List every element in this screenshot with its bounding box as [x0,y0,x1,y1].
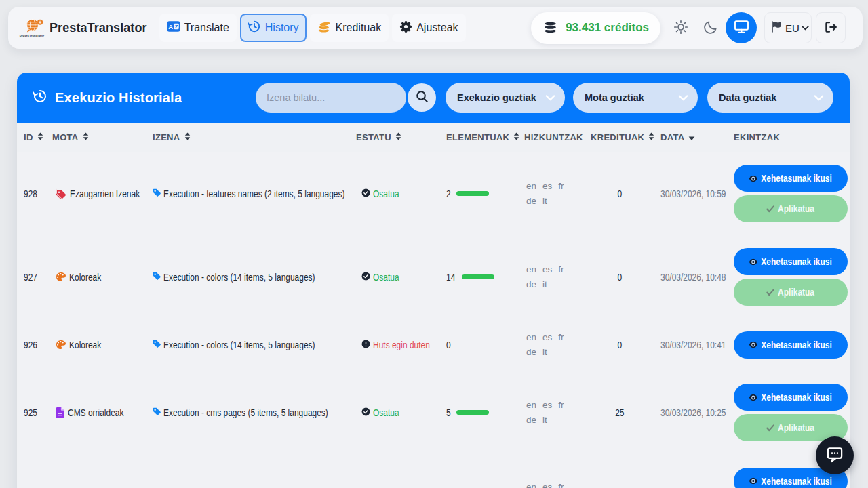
column-header-hizkuntzak[interactable]: HIZKUNTZAK [524,132,591,142]
monitor-icon [733,19,750,37]
language-code: en [526,398,536,413]
cell-elements: 14 [446,272,524,283]
chat-button[interactable] [816,436,854,474]
action-button-content: Xehetasunak ikusi [749,173,832,184]
language-code: de [526,345,536,360]
table-row: 926KoloreakExecution - colors (14 items,… [17,319,850,371]
history-title-icon [33,89,47,106]
type-label: Ezaugarrien Izenak [70,188,140,199]
sun-icon [673,20,688,37]
nav-label-translate: Translate [184,22,229,34]
theme-dark-button[interactable] [697,14,724,41]
app-logo[interactable]: PrestaTranslator [17,18,47,38]
search-input[interactable] [256,83,406,113]
column-header-id[interactable]: ID [24,132,52,142]
chevron-down-icon [545,92,555,103]
sort-icon [513,132,519,142]
chat-bubble-icon [824,444,846,468]
action-button-content: Aplikatua [767,287,815,298]
filter-date-dropdown[interactable]: Data guztiak [707,83,833,113]
view-details-button[interactable]: Xehetasunak ikusi [734,331,848,359]
column-header-elementuak[interactable]: ELEMENTUAK [446,132,524,142]
table-row: enesfrXehetasunak ikusi [17,454,850,488]
column-header-kredituak[interactable]: KREDITUAK [591,132,660,142]
language-selector[interactable]: EU [764,12,812,43]
language-line: deit [526,413,591,428]
column-header-ekintzak[interactable]: EKINTZAK [734,132,850,142]
language-line: enesfr [526,179,591,194]
column-header-label: ELEMENTUAK [446,132,509,142]
check-icon [767,205,775,213]
language-code: fr [558,398,564,413]
nav-item-translate[interactable]: A Z Translate [159,14,237,42]
logout-icon [824,20,838,36]
check-icon [767,289,775,296]
panel-controls: Exekuzio guztiak Mota guztiak Data guzti… [256,83,833,113]
language-code: en [526,179,536,194]
applied-button[interactable]: Aplikatua [734,195,848,222]
language-code: it [542,277,547,292]
column-header-mota[interactable]: MOTA [52,132,153,142]
view-details-button[interactable]: Xehetasunak ikusi [734,248,848,275]
status-ok-icon [361,272,370,283]
tag-icon [153,272,161,283]
cell-actions: Xehetasunak ikusiAplikatua [734,165,850,222]
search-button[interactable] [408,83,436,112]
cell-id: 928 [24,188,52,199]
language-code: es [542,330,552,345]
eye-icon [749,392,758,403]
panel-title-group: Exekuzio Historiala [33,89,182,106]
cell-date: 30/03/2026, 10:59 [660,188,734,199]
history-panel: Exekuzio Historiala Exekuzio guztiak [17,73,850,488]
cell-type: Koloreak [52,272,153,283]
theme-light-button[interactable] [667,14,694,41]
language-code: fr [558,330,564,345]
progress-bar [456,191,489,196]
nav-label-history: History [265,22,299,34]
logout-button[interactable] [816,12,846,43]
cell-type: Koloreak [52,340,153,350]
date-value: 30/03/2026, 10:25 [660,407,726,418]
cell-name: Execution - cms pages (5 items, 5 langua… [153,407,356,418]
column-header-label: DATA [660,132,684,142]
cell-actions: Xehetasunak ikusi [734,331,850,359]
credits-value: 25 [615,407,624,418]
credits-badge[interactable]: 93.431 créditos [531,12,660,44]
cell-actions: Xehetasunak ikusiAplikatua [734,384,850,441]
theme-system-button[interactable] [726,12,757,43]
chevron-down-icon [678,92,688,103]
table-row: 928Ezaugarrien IzenakExecution - feature… [17,152,850,235]
view-details-button[interactable]: Xehetasunak ikusi [734,165,848,192]
column-header-estatu[interactable]: ESTATU [356,132,446,142]
type-label: Koloreak [69,340,101,350]
filter-execution-dropdown[interactable]: Exekuzio guztiak [446,83,565,113]
page-title: Exekuzio Historiala [55,90,182,106]
language-code: fr [558,480,564,488]
nav-item-settings[interactable]: Ajusteak [392,14,465,42]
column-header-data[interactable]: DATA [660,132,734,142]
column-header-izena[interactable]: IZENA [153,132,356,142]
sort-icon [395,132,401,142]
column-header-label: HIZKUNTZAK [524,132,583,142]
view-details-button[interactable]: Xehetasunak ikusi [734,384,848,411]
nav-item-credits[interactable]: Kredituak [310,14,389,42]
action-button-content: Xehetasunak ikusi [749,392,832,403]
cell-status: Osatua [356,188,446,199]
tags-icon [56,188,66,199]
action-button-content: Aplikatua [767,422,815,433]
cell-status: Huts egin duten [356,340,446,350]
palette-icon [56,272,66,282]
sort-icon [184,132,191,142]
cell-id: 927 [24,272,52,283]
date-value: 30/03/2026, 10:41 [660,340,726,350]
cell-credits: 0 [591,272,660,283]
type-label: Koloreak [69,272,101,283]
status-fail-icon [361,340,370,350]
cell-name: Execution - colors (14 items, 5 language… [153,340,356,350]
language-code: fr [558,179,564,194]
filter-type-dropdown[interactable]: Mota guztiak [573,83,698,113]
row-id: 928 [24,188,37,199]
status-ok-icon [361,407,370,418]
applied-button[interactable]: Aplikatua [734,279,848,306]
nav-item-history[interactable]: History [240,14,307,42]
